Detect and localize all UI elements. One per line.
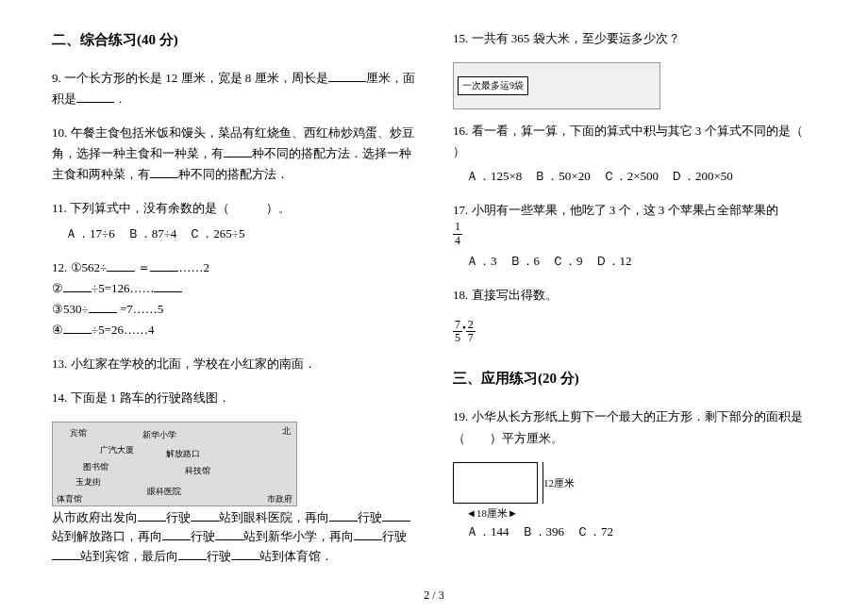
map-jiefang: 解放路口 [166,447,200,460]
rectangle-shape [453,462,538,504]
frac-den: 4 [453,235,462,247]
question-13: 13. 小红家在学校的北面，学校在小红家的南面． [52,354,415,374]
q12-1a: 12. ①562÷ [52,260,107,274]
q14-text: 14. 下面是 1 路车的行驶路线图． [52,388,415,408]
q14-blank-4[interactable] [382,509,410,522]
q19-options: Ａ．144 Ｂ．396 Ｃ．72 [466,522,816,542]
route-map-image: 宾馆 新华小学 北 广汽大厦 解放路口 图书馆 科技馆 玉龙街 眼科医院 体育馆… [52,422,297,506]
q12-blank-4[interactable] [154,280,182,292]
q10-blank-1[interactable] [224,145,252,157]
q18-frac2: 2 7 [466,319,476,344]
q14-e: 站到解放路口，再向 [52,529,162,543]
map-yanke: 眼科医院 [147,485,181,498]
truck-image: 一次最多运9袋 [453,62,660,109]
q12-4b: ÷5=26……4 [92,323,154,337]
q18-den2: 7 [466,332,476,344]
question-15: 15. 一共有 365 袋大米，至少要运多少次？ [453,28,816,49]
q14-blank-10[interactable] [231,548,259,560]
q14-c: 站到眼科医院，再向 [219,510,329,524]
q16-options: Ａ．125×8 Ｂ．50×20 Ｃ．2×500 Ｄ．200×50 [466,166,816,187]
q14-f: 行驶 [191,529,215,543]
q12-1c: ……2 [178,260,209,274]
question-10: 10. 午餐主食包括米饭和馒头，菜品有红烧鱼、西红柿炒鸡蛋、炒豆角，选择一种主食… [52,123,415,185]
q9-blank-1[interactable] [328,70,366,82]
map-keji: 科技馆 [185,464,210,477]
q14-blank-6[interactable] [215,528,243,540]
q14-h: 行驶 [382,529,407,543]
question-9: 9. 一个长方形的长是 12 厘米，宽是 8 厘米，周长是厘米，面积是． [52,68,415,109]
question-11: 11. 下列算式中，没有余数的是（ ）。 Ａ．17÷6 Ｂ．87÷4 Ｃ．265… [52,198,415,243]
q18-den: 5 [453,332,462,344]
truck-label: 一次最多运9袋 [458,76,528,95]
q14-i: 站到宾馆，最后向 [80,549,178,563]
dim-width-text: 18厘米 [476,507,508,519]
question-17: 17. 小明有一些苹果，他吃了 3 个，这 3 个苹果占全部苹果的 1 4 Ａ．… [453,200,816,272]
q12-2a: ② [52,281,63,295]
map-yulong: 玉龙街 [75,475,101,489]
dim-width: ◄18厘米► [466,505,518,522]
q14-blank-3[interactable] [329,509,358,522]
question-16: 16. 看一看，算一算，下面的算式中积与其它 3 个算式不同的是（ ） Ａ．12… [453,121,816,187]
q14-a: 从市政府出发向 [52,510,138,524]
q14-fill: 从市政府出发向行驶站到眼科医院，再向行驶站到解放路口，再向行驶站到新华小学，再向… [52,508,415,565]
q12-1b: ＝ [135,260,150,274]
question-19: 19. 小华从长方形纸上剪下一个最大的正方形．剩下部分的面积是（ ）平方厘米。 [453,406,816,448]
q12-blank-3[interactable] [63,280,92,292]
q14-k: 站到体育馆． [259,549,333,563]
map-tushuguan: 图书馆 [83,460,108,473]
q14-blank-1[interactable] [138,509,166,522]
map-tiyu: 体育馆 [57,492,82,505]
q14-g: 站到新华小学，再向 [243,529,354,543]
q12-blank-5[interactable] [89,301,117,313]
map-guangqi: 广汽大厦 [100,443,134,456]
q12-blank-1[interactable] [107,259,135,272]
q12-blank-6[interactable] [63,322,92,334]
q14-j: 行驶 [207,549,231,563]
q10-text-c: 种不同的搭配方法． [178,167,289,181]
q17-text: 17. 小明有一些苹果，他吃了 3 个，这 3 个苹果占全部苹果的 [453,203,778,217]
section-3-title: 三、应用练习(20 分) [453,367,816,389]
q9-text-c: ． [114,91,126,106]
right-column: 15. 一共有 365 袋大米，至少要运多少次？ 一次最多运9袋 16. 看一看… [453,28,816,579]
dim-height: 12厘米 [543,475,575,492]
section-2-title: 二、综合练习(40 分) [52,28,415,51]
question-18: 18. 直接写出得数。 [453,285,816,306]
map-bei: 北 [282,424,291,438]
q14-blank-7[interactable] [354,528,382,540]
q14-blank-8[interactable] [52,548,80,560]
q18-num: 7 [453,319,462,332]
frac-num: 1 [453,221,462,234]
map-xinhua: 新华小学 [142,428,176,441]
q12-3a: ③530÷ [52,302,89,316]
q14-blank-9[interactable] [178,548,207,560]
q19-figure: 12厘米 ◄18厘米► [453,462,576,517]
q9-blank-2[interactable] [76,91,114,103]
q12-blank-2[interactable] [150,259,178,272]
q9-text-a: 9. 一个长方形的长是 12 厘米，宽是 8 厘米，周长是 [52,71,328,85]
q16-text: 16. 看一看，算一算，下面的算式中积与其它 3 个算式不同的是（ ） [453,121,816,162]
q12-4a: ④ [52,323,63,337]
q18-num2: 2 [466,319,476,332]
q10-blank-2[interactable] [150,166,178,178]
q14-b: 行驶 [166,510,191,524]
map-binguan: 宾馆 [70,426,87,439]
q17-options: Ａ．3 Ｂ．6 Ｃ．9 Ｄ．12 [466,251,816,272]
page-number: 2 / 3 [52,587,816,605]
question-12: 12. ①562÷ ＝……2 ②÷5=126…… ③530÷ =7……5 ④÷5… [52,257,415,340]
map-shizheng: 市政府 [267,492,292,505]
q12-2b: ÷5=126…… [92,281,154,295]
left-column: 二、综合练习(40 分) 9. 一个长方形的长是 12 厘米，宽是 8 厘米，周… [52,28,415,579]
question-14: 14. 下面是 1 路车的行驶路线图． [52,388,415,408]
q12-3b: =7……5 [117,302,164,316]
q14-blank-2[interactable] [191,509,219,522]
q18-frac: 7 5 [453,319,462,344]
q18-expression: 7 5 • 2 7 [453,319,816,344]
q17-fraction: 1 4 [453,221,462,246]
q11-options: Ａ．17÷6 Ｂ．87÷4 Ｃ．265÷5 [65,224,415,244]
q14-d: 行驶 [358,510,382,524]
q11-text: 11. 下列算式中，没有余数的是（ ）。 [52,198,415,219]
q14-blank-5[interactable] [162,528,191,540]
